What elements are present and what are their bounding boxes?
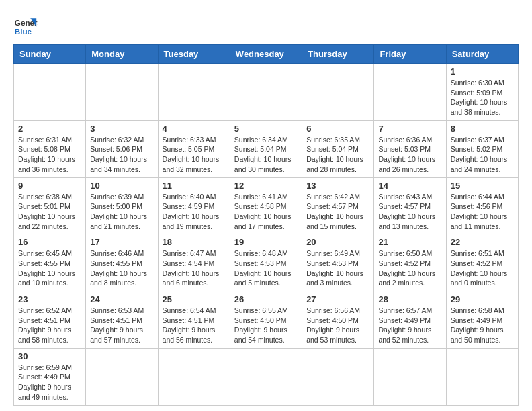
day-info: Sunrise: 6:56 AM Sunset: 4:50 PM Dayligh…	[306, 306, 369, 345]
day-info: Sunrise: 6:47 AM Sunset: 4:54 PM Dayligh…	[163, 248, 226, 288]
day-number: 25	[163, 294, 226, 304]
day-info: Sunrise: 6:50 AM Sunset: 4:52 PM Dayligh…	[378, 248, 441, 288]
day-cell	[374, 348, 446, 405]
day-cell: 17Sunrise: 6:46 AM Sunset: 4:55 PM Dayli…	[86, 234, 158, 291]
day-cell: 27Sunrise: 6:56 AM Sunset: 4:50 PM Dayli…	[302, 291, 374, 349]
day-cell: 7Sunrise: 6:36 AM Sunset: 5:03 PM Daylig…	[374, 120, 446, 177]
day-number: 18	[163, 237, 226, 247]
day-info: Sunrise: 6:52 AM Sunset: 4:51 PM Dayligh…	[18, 306, 81, 345]
day-info: Sunrise: 6:39 AM Sunset: 5:00 PM Dayligh…	[90, 192, 153, 232]
day-info: Sunrise: 6:32 AM Sunset: 5:06 PM Dayligh…	[90, 135, 153, 175]
day-info: Sunrise: 6:45 AM Sunset: 4:55 PM Dayligh…	[18, 248, 81, 288]
weekday-monday: Monday	[86, 45, 158, 64]
week-row-2: 9Sunrise: 6:38 AM Sunset: 5:01 PM Daylig…	[14, 177, 519, 234]
day-cell: 2Sunrise: 6:31 AM Sunset: 5:08 PM Daylig…	[14, 120, 86, 177]
week-row-4: 23Sunrise: 6:52 AM Sunset: 4:51 PM Dayli…	[14, 291, 519, 349]
day-cell	[374, 64, 446, 121]
day-number: 10	[90, 181, 153, 191]
day-number: 23	[18, 294, 81, 304]
day-number: 29	[451, 294, 514, 304]
day-cell: 18Sunrise: 6:47 AM Sunset: 4:54 PM Dayli…	[158, 234, 230, 291]
day-info: Sunrise: 6:38 AM Sunset: 5:01 PM Dayligh…	[18, 192, 81, 232]
weekday-friday: Friday	[374, 45, 446, 64]
day-number: 5	[234, 124, 298, 134]
day-cell	[230, 348, 302, 405]
day-cell: 29Sunrise: 6:58 AM Sunset: 4:49 PM Dayli…	[446, 291, 518, 349]
day-info: Sunrise: 6:36 AM Sunset: 5:03 PM Dayligh…	[378, 135, 441, 175]
day-number: 26	[234, 294, 298, 304]
day-info: Sunrise: 6:57 AM Sunset: 4:49 PM Dayligh…	[378, 306, 441, 345]
day-info: Sunrise: 6:35 AM Sunset: 5:04 PM Dayligh…	[306, 135, 369, 175]
calendar-table: SundayMondayTuesdayWednesdayThursdayFrid…	[13, 44, 519, 406]
week-row-3: 16Sunrise: 6:45 AM Sunset: 4:55 PM Dayli…	[14, 234, 519, 291]
day-info: Sunrise: 6:53 AM Sunset: 4:51 PM Dayligh…	[90, 306, 153, 345]
day-cell: 26Sunrise: 6:55 AM Sunset: 4:50 PM Dayli…	[230, 291, 302, 349]
day-number: 16	[18, 237, 81, 247]
day-number: 7	[378, 124, 441, 134]
day-cell: 15Sunrise: 6:44 AM Sunset: 4:56 PM Dayli…	[446, 177, 518, 234]
weekday-header-row: SundayMondayTuesdayWednesdayThursdayFrid…	[14, 45, 519, 64]
day-cell: 28Sunrise: 6:57 AM Sunset: 4:49 PM Dayli…	[374, 291, 446, 349]
day-info: Sunrise: 6:54 AM Sunset: 4:51 PM Dayligh…	[163, 306, 226, 345]
day-cell: 1Sunrise: 6:30 AM Sunset: 5:09 PM Daylig…	[446, 64, 518, 121]
day-info: Sunrise: 6:41 AM Sunset: 4:58 PM Dayligh…	[234, 192, 298, 232]
day-number: 9	[18, 181, 81, 191]
day-info: Sunrise: 6:40 AM Sunset: 4:59 PM Dayligh…	[163, 192, 226, 232]
day-cell	[230, 64, 302, 121]
day-info: Sunrise: 6:51 AM Sunset: 4:52 PM Dayligh…	[451, 248, 514, 288]
day-cell: 4Sunrise: 6:33 AM Sunset: 5:05 PM Daylig…	[158, 120, 230, 177]
day-cell: 13Sunrise: 6:42 AM Sunset: 4:57 PM Dayli…	[302, 177, 374, 234]
day-number: 27	[306, 294, 369, 304]
day-cell	[158, 348, 230, 405]
day-info: Sunrise: 6:48 AM Sunset: 4:53 PM Dayligh…	[234, 248, 298, 288]
day-cell: 30Sunrise: 6:59 AM Sunset: 4:49 PM Dayli…	[14, 348, 86, 405]
day-info: Sunrise: 6:46 AM Sunset: 4:55 PM Dayligh…	[90, 248, 153, 288]
day-info: Sunrise: 6:30 AM Sunset: 5:09 PM Dayligh…	[451, 78, 514, 118]
day-info: Sunrise: 6:37 AM Sunset: 5:02 PM Dayligh…	[451, 135, 514, 175]
day-cell: 9Sunrise: 6:38 AM Sunset: 5:01 PM Daylig…	[14, 177, 86, 234]
day-number: 20	[306, 237, 369, 247]
day-cell	[302, 348, 374, 405]
day-number: 8	[451, 124, 514, 134]
weekday-thursday: Thursday	[302, 45, 374, 64]
day-cell: 16Sunrise: 6:45 AM Sunset: 4:55 PM Dayli…	[14, 234, 86, 291]
day-info: Sunrise: 6:42 AM Sunset: 4:57 PM Dayligh…	[306, 192, 369, 232]
day-number: 6	[306, 124, 369, 134]
day-number: 19	[234, 237, 298, 247]
weekday-tuesday: Tuesday	[158, 45, 230, 64]
day-info: Sunrise: 6:31 AM Sunset: 5:08 PM Dayligh…	[18, 135, 81, 175]
day-cell: 5Sunrise: 6:34 AM Sunset: 5:04 PM Daylig…	[230, 120, 302, 177]
day-cell: 21Sunrise: 6:50 AM Sunset: 4:52 PM Dayli…	[374, 234, 446, 291]
day-info: Sunrise: 6:34 AM Sunset: 5:04 PM Dayligh…	[234, 135, 298, 175]
day-cell: 14Sunrise: 6:43 AM Sunset: 4:57 PM Dayli…	[374, 177, 446, 234]
day-cell: 23Sunrise: 6:52 AM Sunset: 4:51 PM Dayli…	[14, 291, 86, 349]
day-info: Sunrise: 6:59 AM Sunset: 4:49 PM Dayligh…	[18, 363, 81, 402]
logo-icon: General Blue	[13, 13, 38, 38]
day-info: Sunrise: 6:33 AM Sunset: 5:05 PM Dayligh…	[163, 135, 226, 175]
day-info: Sunrise: 6:58 AM Sunset: 4:49 PM Dayligh…	[451, 306, 514, 345]
day-cell: 20Sunrise: 6:49 AM Sunset: 4:53 PM Dayli…	[302, 234, 374, 291]
day-number: 22	[451, 237, 514, 247]
svg-text:Blue: Blue	[15, 27, 32, 36]
day-cell	[302, 64, 374, 121]
day-cell	[86, 64, 158, 121]
day-cell: 12Sunrise: 6:41 AM Sunset: 4:58 PM Dayli…	[230, 177, 302, 234]
day-number: 28	[378, 294, 441, 304]
weekday-sunday: Sunday	[14, 45, 86, 64]
header: General Blue	[13, 13, 519, 38]
day-cell: 8Sunrise: 6:37 AM Sunset: 5:02 PM Daylig…	[446, 120, 518, 177]
day-cell: 22Sunrise: 6:51 AM Sunset: 4:52 PM Dayli…	[446, 234, 518, 291]
day-number: 15	[451, 181, 514, 191]
day-info: Sunrise: 6:49 AM Sunset: 4:53 PM Dayligh…	[306, 248, 369, 288]
day-number: 14	[378, 181, 441, 191]
logo: General Blue	[13, 13, 38, 38]
day-info: Sunrise: 6:44 AM Sunset: 4:56 PM Dayligh…	[451, 192, 514, 232]
day-info: Sunrise: 6:43 AM Sunset: 4:57 PM Dayligh…	[378, 192, 441, 232]
day-number: 24	[90, 294, 153, 304]
day-number: 4	[163, 124, 226, 134]
day-info: Sunrise: 6:55 AM Sunset: 4:50 PM Dayligh…	[234, 306, 298, 345]
week-row-5: 30Sunrise: 6:59 AM Sunset: 4:49 PM Dayli…	[14, 348, 519, 405]
day-number: 13	[306, 181, 369, 191]
week-row-1: 2Sunrise: 6:31 AM Sunset: 5:08 PM Daylig…	[14, 120, 519, 177]
day-number: 2	[18, 124, 81, 134]
